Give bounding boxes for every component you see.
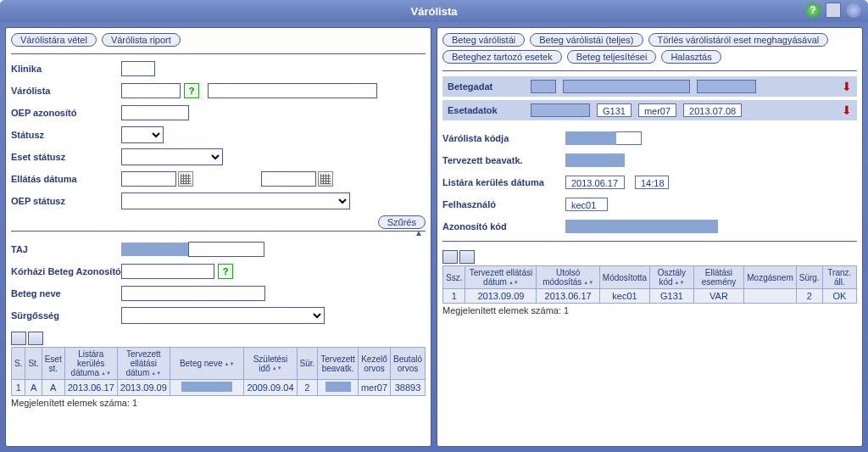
col-r-modby[interactable]: Módosította	[599, 266, 649, 289]
patient-name-input[interactable]	[121, 286, 265, 301]
varolista-lookup-button[interactable]: ?	[184, 83, 199, 98]
col-r-urg[interactable]: Sürg.	[796, 266, 822, 289]
right-count-label: Megjelenített elemek száma: 1	[442, 305, 857, 315]
col-urg[interactable]: Sür.	[297, 348, 318, 380]
taj-input[interactable]	[188, 242, 264, 257]
col-r-dept[interactable]: Osztály kód▲▼	[650, 266, 694, 289]
help-icon[interactable]: ?	[805, 3, 821, 18]
right-button-row-1: Beteg várólistái Beteg várólistái (telje…	[442, 33, 857, 47]
col-ref-doctor[interactable]: Beutaló orvos	[391, 348, 426, 380]
case-band-label: Esetadatok	[448, 105, 524, 115]
col-r-event[interactable]: Ellátási esemény	[693, 266, 744, 289]
close-icon[interactable]	[846, 3, 861, 18]
separator	[442, 241, 857, 242]
separator	[442, 70, 857, 71]
left-panel: Várólistára vétel Várólista riport Klini…	[5, 27, 431, 447]
right-button-row-2: Beteghez tartozó esetek Beteg teljesítés…	[442, 50, 857, 64]
right-panel: Beteg várólistái Beteg várólistái (telje…	[437, 27, 863, 447]
care-date-to-input[interactable]	[261, 171, 316, 187]
right-table: Ssz. Tervezett ellátási dátum▲▼ Utolsó m…	[442, 265, 857, 304]
table-row[interactable]: 1 2013.09.09 2013.06.17 kec01 G131 VAR 2…	[443, 289, 857, 304]
varolista-label: Várólista	[11, 86, 121, 96]
left-button-row: Várólistára vétel Várólista riport	[11, 33, 426, 47]
col-r-plan[interactable]: Tervezett ellátási dátum▲▼	[465, 266, 537, 289]
calendar-to-icon[interactable]	[318, 171, 333, 187]
workarea: Várólistára vétel Várólista riport Klini…	[0, 22, 868, 452]
case-date: 2013.07.08	[683, 103, 742, 117]
urgency-select[interactable]	[121, 307, 325, 324]
col-s[interactable]: S.	[12, 348, 25, 380]
planned-proc-redacted	[565, 153, 625, 167]
report-button[interactable]: Várólista riport	[102, 33, 181, 47]
list-code-redacted	[565, 131, 616, 145]
left-table: S. St. Eset st. Listára kerülés dátuma▲▼…	[11, 347, 426, 396]
klinika-input[interactable]	[121, 61, 155, 76]
grid-tool-2-icon[interactable]	[459, 250, 475, 264]
patient-field-1	[531, 80, 556, 93]
patient-lists-button[interactable]: Beteg várólistái	[442, 33, 525, 47]
col-r-trans[interactable]: Tranz. áll.	[822, 266, 856, 289]
taj-label: TAJ	[11, 244, 121, 254]
col-name[interactable]: Beteg neve▲▼	[170, 348, 244, 380]
urgency-label: Sürgősség	[11, 310, 121, 321]
case-user: mer07	[638, 103, 676, 117]
right-grid-toolbar	[442, 250, 857, 264]
col-eset-st[interactable]: Eset st.	[42, 348, 64, 380]
klinika-label: Klinika	[11, 64, 121, 74]
down-arrow-icon[interactable]: ⬇	[842, 80, 852, 93]
patient-band-label: Betegadat	[448, 81, 524, 92]
col-r-lastmod[interactable]: Utolsó módosítás▲▼	[537, 266, 599, 289]
planned-proc-label: Tervezett beavatk.	[442, 155, 565, 165]
left-grid-toolbar	[11, 332, 426, 345]
delete-keep-case-button[interactable]: Törlés várólistáról eset meghagyásával	[648, 33, 829, 47]
patient-lists-full-button[interactable]: Beteg várólistái (teljes)	[530, 33, 643, 47]
col-birth[interactable]: Születési idő▲▼	[244, 348, 297, 380]
hospital-id-label: Kórházi Beteg Azonosító	[11, 266, 121, 276]
case-dept: G131	[597, 103, 632, 117]
oep-status-label: OEP státusz	[11, 196, 121, 206]
col-doctor[interactable]: Kezelő orvos	[358, 348, 390, 380]
id-code-redacted	[565, 220, 718, 233]
hospital-id-input[interactable]	[121, 264, 214, 279]
case-status-label: Eset státusz	[11, 152, 121, 162]
list-code-label: Várólista kódja	[442, 133, 565, 143]
app-window: Várólista ? Várólistára vétel Várólista …	[0, 0, 868, 452]
col-plan-date[interactable]: Tervezett ellátási dátum▲▼	[117, 348, 170, 380]
postpone-button[interactable]: Halasztás	[661, 50, 721, 64]
window-title: Várólista	[411, 5, 458, 18]
hospital-id-lookup-button[interactable]: ?	[218, 264, 233, 279]
patient-field-3	[697, 80, 756, 93]
minimize-icon[interactable]	[826, 3, 841, 18]
calendar-from-icon[interactable]	[178, 171, 193, 187]
grid-tool-2-icon[interactable]	[28, 332, 43, 345]
status-select[interactable]	[121, 126, 164, 143]
grid-tool-1-icon[interactable]	[442, 250, 458, 264]
oep-id-input[interactable]	[121, 105, 189, 120]
oep-status-select[interactable]	[121, 193, 350, 209]
case-field-1	[531, 103, 590, 117]
id-code-label: Azonosító kód	[442, 221, 565, 232]
care-date-from-input[interactable]	[121, 171, 176, 187]
col-proc[interactable]: Tervezett beavatk.	[318, 348, 359, 380]
left-count-label: Megjelenített elemek száma: 1	[11, 398, 426, 408]
case-status-select[interactable]	[121, 148, 223, 165]
enlist-button[interactable]: Várólistára vétel	[11, 33, 97, 47]
col-list-date[interactable]: Listára kerülés dátuma▲▼	[64, 348, 117, 380]
col-st[interactable]: St.	[25, 348, 42, 380]
care-date-label: Ellátás dátuma	[11, 174, 121, 184]
titlebar-controls: ?	[805, 3, 861, 18]
col-r-no[interactable]: Ssz.	[443, 266, 465, 289]
list-date-r-label: Listára kerülés dátuma	[442, 177, 565, 187]
grid-tool-1-icon[interactable]	[11, 332, 26, 345]
varolista-code-input[interactable]	[121, 83, 181, 98]
separator	[11, 53, 426, 54]
filter-button[interactable]: Szűrés	[378, 215, 426, 229]
down-arrow-icon[interactable]: ⬇	[842, 103, 852, 117]
table-row[interactable]: 1 A A 2013.06.17 2013.09.09 2009.09.04 2…	[12, 380, 426, 396]
col-r-move[interactable]: Mozgásnem	[744, 266, 796, 289]
proc-redacted	[326, 382, 351, 392]
varolista-name-input[interactable]	[208, 83, 377, 98]
collapse-up-icon[interactable]: ▲	[412, 228, 426, 238]
patient-performance-button[interactable]: Beteg teljesítései	[567, 50, 657, 64]
patient-cases-button[interactable]: Beteghez tartozó esetek	[442, 50, 562, 64]
